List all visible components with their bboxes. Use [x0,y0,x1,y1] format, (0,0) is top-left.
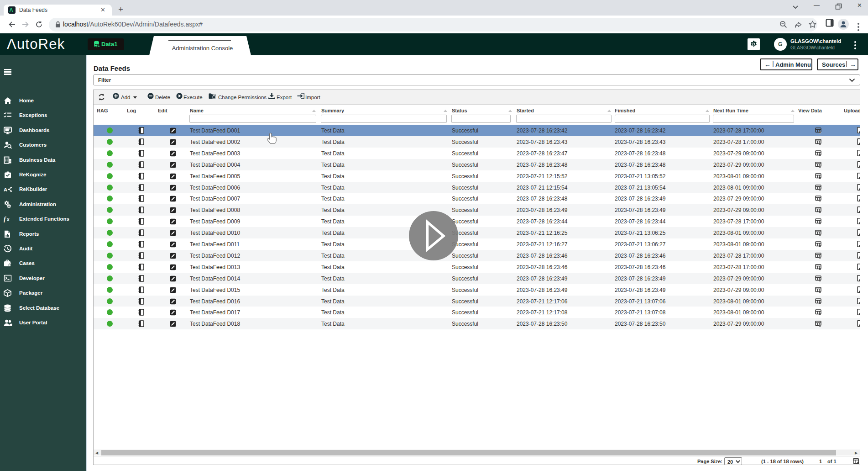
svg-text:A: A [4,187,7,192]
svg-text:x: x [7,217,10,222]
svg-text:f: f [4,216,6,222]
